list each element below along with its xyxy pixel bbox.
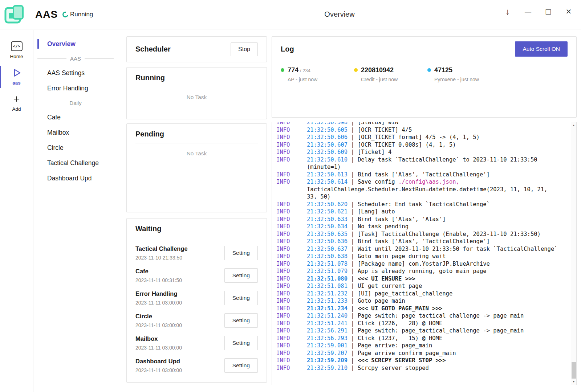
menu-item-cafe[interactable]: Cafe (34, 110, 123, 125)
task-setting-button[interactable]: Setting (224, 246, 258, 260)
menu-item-aas-settings[interactable]: AAS Settings (34, 65, 123, 81)
menu-item-circle[interactable]: Circle (34, 140, 123, 155)
auto-scroll-button[interactable]: Auto Scroll ON (515, 41, 568, 57)
log-timestamp: 21:32:50.633 (307, 216, 348, 222)
task-time: 2023-11-11 03:00:00 (135, 300, 182, 306)
log-level: INFO (276, 148, 307, 156)
log-level: INFO (276, 122, 307, 126)
log-level: INFO (276, 230, 307, 238)
log-level: INFO (276, 364, 307, 372)
log-timestamp: 21:32:50.607 (307, 142, 348, 148)
log-separator: | (348, 357, 358, 364)
log-line: INFO21:32:50.598 | [Status] WIN (276, 122, 569, 126)
log-message: 21:32:50.633 | Bind task ['Alas', 'Alas'… (307, 216, 569, 223)
log-line: INFO21:32:51.240 | Page switch: page_tac… (276, 312, 569, 320)
log-title: Log (281, 45, 294, 53)
scheduler-stop-button[interactable]: Stop (231, 42, 258, 56)
menu-item-error-handling[interactable]: Error Handling (34, 81, 123, 96)
task-row-error-handling: Error Handling2023-11-11 03:00:00Setting (135, 287, 258, 309)
app-name: AAS (35, 9, 58, 20)
running-spinner-icon (61, 11, 69, 19)
log-separator: | (348, 179, 358, 185)
menu-item-overview[interactable]: Overview (34, 36, 123, 52)
log-level: INFO (276, 171, 307, 179)
close-icon[interactable]: ✕ (562, 5, 575, 18)
menu-group-aas: AAS (34, 52, 123, 65)
log-message: 21:32:51.233 | Goto page_main (307, 297, 569, 305)
log-message: 21:32:50.620 | Scheduler: End task `Tact… (307, 201, 569, 208)
log-separator: | (348, 305, 358, 312)
log-separator: | (348, 350, 358, 356)
log-separator: | (348, 253, 358, 260)
rail-item-add[interactable]: + Add (0, 90, 33, 116)
menu-item-mailbox[interactable]: Mailbox (34, 125, 123, 140)
log-line: INFO21:32:56.293 | Click (1237, 15) @ HO… (276, 335, 569, 342)
waiting-card: Waiting Tactical Challenge2023-11-10 21:… (126, 218, 267, 383)
log-message: 21:32:50.638 | Goto main page during wai… (307, 253, 569, 260)
task-setting-button[interactable]: Setting (224, 313, 258, 328)
log-line: INFO21:32:50.620 | Scheduler: End task `… (276, 201, 569, 208)
log-level: INFO (276, 335, 307, 342)
log-message: 21:32:56.291 | Page switch: page_tactica… (307, 327, 569, 335)
log-message: 21:32:50.610 | Delay task `TacticalChall… (307, 156, 569, 164)
scrollbar-thumb[interactable] (572, 362, 576, 379)
log-message: 21:32:59.209 | <<< SCRCPY SERVER STOP >>… (307, 357, 569, 364)
rail-item-aas[interactable]: aas (0, 64, 33, 90)
running-empty-text: No Task (135, 87, 258, 101)
scroll-down-icon[interactable]: ▼ (571, 379, 576, 384)
log-line: INFO21:32:51.233 | Goto page_main (276, 297, 569, 305)
log-message: 21:32:50.634 | No task pending (307, 223, 569, 230)
log-message: 21:32:50.605 | [OCR_TICKET] 4/5 (307, 126, 569, 134)
task-setting-button[interactable]: Setting (224, 336, 258, 350)
log-level: INFO (276, 216, 307, 223)
task-name: Mailbox (135, 335, 182, 342)
menu-item-tactical-challenge[interactable]: Tactical Challenge (34, 155, 123, 171)
log-separator: | (348, 231, 358, 237)
log-message: 21:32:50.613 | Bind task ['Alas', 'Tacti… (307, 171, 569, 179)
minimize-icon[interactable]: — (521, 5, 535, 18)
rail-label-aas: aas (12, 80, 21, 86)
log-timestamp: 21:32:50.637 (307, 246, 348, 252)
task-setting-button[interactable]: Setting (224, 358, 258, 373)
task-row-dashboard-upd: Dashboard Upd2023-11-11 03:00:00Setting (135, 354, 258, 377)
download-icon[interactable]: ↓ (501, 5, 514, 18)
log-level (276, 163, 307, 171)
maximize-icon[interactable]: □ (542, 5, 555, 18)
log-separator: | (348, 313, 358, 319)
log-timestamp: 21:32:51.232 (307, 290, 348, 297)
task-name: Tactical Challenge (135, 245, 188, 252)
task-name: Dashboard Upd (135, 358, 182, 365)
log-message: 21:32:59.001 | Page arrive: page_main (307, 342, 569, 350)
stat-caption: Credit - just now (361, 77, 398, 82)
log-message: 21:32:50.609 | [Ticket] 4 (307, 148, 569, 156)
log-line: INFO21:32:50.607 | [OCR_TICKET 0.008s] (… (276, 141, 569, 149)
rail-item-home[interactable]: </> Home (0, 37, 33, 64)
log-level: INFO (276, 357, 307, 364)
log-level: INFO (276, 290, 307, 298)
log-line: INFO21:32:51.080 | <<< UI ENSURE >>> (276, 275, 569, 283)
log-level: INFO (276, 238, 307, 245)
log-scrollbar[interactable]: ▲ ▼ (571, 122, 576, 385)
pending-card: Pending No Task (126, 123, 267, 212)
log-level: INFO (276, 320, 307, 327)
task-row-cafe: Cafe2023-11-11 00:31:50Setting (135, 264, 258, 287)
log-line: INFO21:32:50.635 | [Task] TacticalChalle… (276, 230, 569, 238)
log-timestamp: 21:32:51.233 (307, 298, 348, 304)
scroll-up-icon[interactable]: ▲ (571, 123, 576, 128)
log-timestamp: 21:32:50.606 (307, 134, 348, 140)
log-line: INFO21:32:50.605 | [OCR_TICKET] 4/5 (276, 126, 569, 134)
log-message: 21:32:50.637 | Wait until 2023-11-10 21:… (307, 245, 569, 253)
log-line: INFO21:32:50.614 | Save config ./config\… (276, 178, 569, 186)
log-scroll-area[interactable]: INFO21:32:50.598 | [Status] WININFO21:32… (272, 122, 571, 385)
waiting-title: Waiting (135, 225, 258, 233)
log-timestamp: 21:32:59.210 (307, 365, 348, 371)
log-line: INFO21:32:59.210 | Scrcpy server stopped (276, 364, 569, 372)
log-line: INFO21:32:59.207 | Page arrive confirm p… (276, 350, 569, 357)
task-setting-button[interactable]: Setting (224, 291, 258, 305)
menu-item-dashboard-upd[interactable]: Dashboard Upd (34, 171, 123, 186)
log-separator: | (348, 134, 358, 140)
log-timestamp: 21:32:51.079 (307, 268, 348, 274)
log-line: INFO21:32:50.637 | Wait until 2023-11-10… (276, 245, 569, 253)
log-message: 21:32:51.078 | [Package_name] com.Yostar… (307, 260, 569, 268)
task-setting-button[interactable]: Setting (224, 268, 258, 283)
